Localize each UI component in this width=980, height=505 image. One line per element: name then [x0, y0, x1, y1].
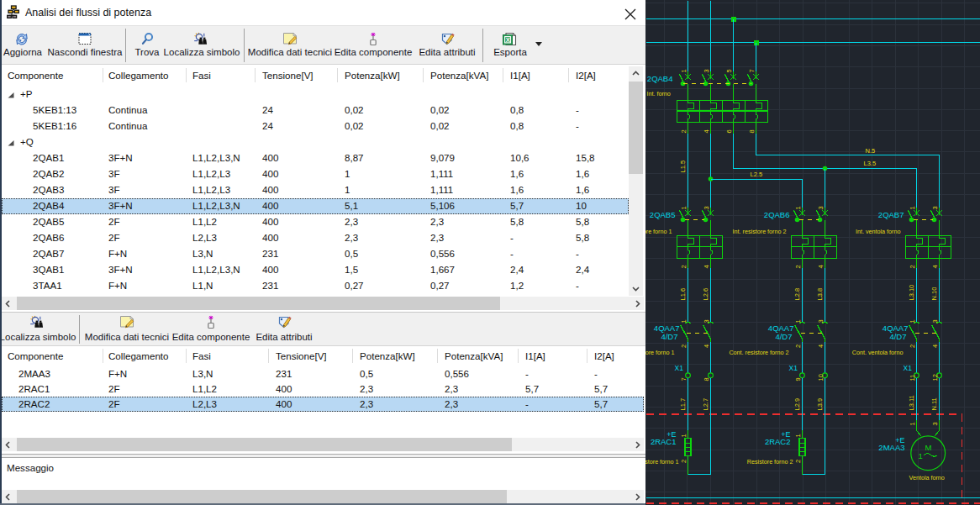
svg-text:4: 4 [931, 265, 939, 268]
svg-text:3: 3 [703, 319, 710, 323]
svg-text:1: 1 [794, 434, 802, 437]
svg-text:X: X [506, 36, 510, 44]
svg-text:Int. resistore forno 1: Int. resistore forno 1 [645, 228, 672, 235]
svg-text:2: 2 [680, 129, 688, 133]
svg-text:2QAB6: 2QAB6 [764, 210, 790, 219]
svg-text:Int. forno: Int. forno [647, 90, 671, 97]
svg-text:2MAA3: 2MAA3 [878, 443, 904, 452]
svg-text:L2.5: L2.5 [751, 171, 763, 178]
svg-text:1: 1 [909, 422, 916, 425]
svg-text:2RAC2: 2RAC2 [765, 437, 791, 446]
svg-text:4: 4 [703, 345, 710, 348]
svg-text:1: 1 [794, 206, 802, 209]
svg-text:6: 6 [725, 129, 733, 133]
svg-text:4/D7: 4/D7 [775, 332, 792, 341]
svg-text:9: 9 [794, 377, 802, 381]
svg-text:3: 3 [817, 319, 825, 323]
svg-text:2: 2 [909, 265, 916, 268]
svg-text:1: 1 [794, 319, 802, 323]
svg-text:2: 2 [680, 460, 688, 463]
svg-text:L1.6: L1.6 [679, 288, 687, 301]
svg-text:12: 12 [931, 374, 939, 381]
svg-text:1: 1 [909, 319, 916, 323]
svg-text:2: 2 [794, 460, 802, 463]
svg-text:3: 3 [931, 319, 939, 323]
svg-text:Int. resistore forno 2: Int. resistore forno 2 [733, 228, 787, 235]
svg-text:2QAB5: 2QAB5 [650, 210, 676, 219]
svg-text:2: 2 [909, 345, 916, 348]
svg-text:Int. ventola forno: Int. ventola forno [856, 228, 901, 235]
svg-text:N.5: N.5 [866, 147, 876, 155]
svg-text:4: 4 [703, 265, 710, 268]
svg-text:Resistore forno 1: Resistore forno 1 [645, 458, 679, 466]
svg-text:2QAB7: 2QAB7 [878, 210, 904, 219]
svg-text:3: 3 [817, 206, 825, 209]
svg-text:2: 2 [680, 345, 688, 348]
svg-text:4: 4 [817, 345, 825, 348]
svg-text:4/D7: 4/D7 [889, 332, 906, 341]
svg-text:L1.5: L1.5 [679, 160, 687, 173]
svg-text:Ventola forno: Ventola forno [909, 474, 945, 481]
svg-text:L2.9: L2.9 [793, 398, 801, 411]
svg-text:X1: X1 [675, 364, 684, 372]
svg-text:Cont. resistore forno 2: Cont. resistore forno 2 [729, 349, 788, 356]
svg-text:Cont. ventola forno: Cont. ventola forno [852, 349, 904, 356]
svg-text:L3.11: L3.11 [908, 395, 915, 410]
svg-text:1: 1 [919, 451, 923, 460]
svg-text:3: 3 [931, 422, 939, 425]
svg-text:L1.7: L1.7 [679, 398, 687, 411]
svg-text:11: 11 [909, 375, 916, 381]
svg-text:8: 8 [748, 129, 756, 133]
svg-text:Resistore forno 2: Resistore forno 2 [747, 458, 793, 466]
svg-text:X1: X1 [904, 364, 913, 372]
svg-text:L2.7: L2.7 [702, 398, 709, 411]
svg-text:3: 3 [703, 69, 710, 72]
svg-text:L3.10: L3.10 [908, 285, 915, 301]
svg-text:L3.5: L3.5 [864, 160, 877, 167]
svg-text:1: 1 [680, 69, 688, 72]
svg-text:N.10: N.10 [930, 287, 938, 301]
svg-text:2QAB4: 2QAB4 [647, 74, 673, 83]
svg-text:2: 2 [794, 265, 802, 268]
svg-text:4: 4 [931, 345, 939, 348]
svg-text:M: M [925, 443, 932, 452]
svg-text:2: 2 [680, 265, 688, 268]
svg-text:L3.9: L3.9 [816, 398, 824, 411]
svg-text:4/D7: 4/D7 [661, 332, 677, 341]
svg-text:2: 2 [794, 345, 802, 348]
svg-text:4: 4 [817, 265, 825, 268]
svg-text:Cont. resistore forno 1: Cont. resistore forno 1 [645, 349, 675, 356]
svg-text:1: 1 [680, 206, 688, 209]
svg-text:8: 8 [703, 377, 710, 381]
svg-text:1: 1 [680, 434, 688, 437]
svg-text:2RAC1: 2RAC1 [651, 437, 677, 446]
svg-text:N.11: N.11 [930, 397, 938, 410]
svg-text:L3.8: L3.8 [816, 288, 824, 301]
svg-text:10: 10 [817, 374, 825, 381]
svg-text:L2.8: L2.8 [793, 288, 801, 301]
svg-text:7: 7 [748, 69, 756, 72]
svg-text:L2.6: L2.6 [702, 288, 709, 301]
svg-text:3: 3 [703, 206, 710, 209]
svg-text:5: 5 [725, 69, 733, 72]
svg-text:X1: X1 [789, 364, 798, 372]
svg-text:4: 4 [703, 129, 710, 133]
svg-text:7: 7 [680, 377, 688, 381]
svg-text:1: 1 [909, 206, 916, 209]
svg-text:3: 3 [931, 206, 939, 209]
svg-text:1: 1 [680, 319, 688, 323]
